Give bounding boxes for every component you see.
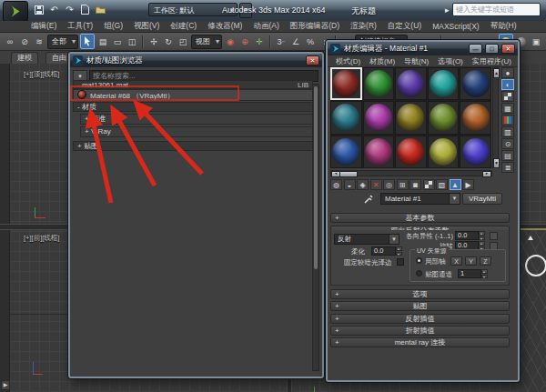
bind-to-spacewarp-icon[interactable]: ≋ bbox=[33, 35, 46, 48]
axis-y-button[interactable]: Y bbox=[465, 256, 477, 266]
soften-spinner[interactable] bbox=[396, 246, 402, 256]
browser-titlebar[interactable]: 材质/贴图浏览器 ✕ bbox=[70, 54, 322, 67]
anisotropy-map-button[interactable] bbox=[490, 232, 498, 240]
menu-rendering[interactable]: 渲染(R) bbox=[345, 21, 382, 32]
fix-dark-edges-checkbox[interactable] bbox=[397, 258, 404, 266]
material-sample-slot[interactable] bbox=[330, 67, 362, 100]
library-group-header[interactable]: - mat13061.mat LIB bbox=[73, 80, 313, 89]
rollout-options[interactable]: +选项 bbox=[330, 289, 510, 299]
select-object-button[interactable] bbox=[80, 34, 95, 49]
menu-graph-editors[interactable]: 图形编辑器(D) bbox=[285, 21, 345, 32]
material-sample-slot[interactable] bbox=[395, 136, 427, 168]
rollout-maps[interactable]: +贴图 bbox=[330, 301, 510, 311]
material-map-navigator-icon[interactable]: ≣ bbox=[501, 162, 514, 173]
scroll-up-button[interactable]: ▲ bbox=[493, 68, 500, 78]
select-and-move-button[interactable]: ✢ bbox=[147, 35, 160, 48]
show-map-in-viewport-icon[interactable] bbox=[423, 179, 435, 190]
editor-menu-utilities[interactable]: 实用程序(U) bbox=[468, 56, 516, 66]
material-sample-slot[interactable] bbox=[460, 136, 491, 168]
browser-scrollbar-thumb[interactable] bbox=[314, 86, 318, 269]
rollout-mental-ray-connection[interactable]: +mental ray 连接 bbox=[330, 337, 510, 347]
rendered-frame-window-button[interactable]: ▣ bbox=[530, 35, 542, 48]
editor-titlebar[interactable]: 材质编辑器 - Material #1 — □ ✕ bbox=[328, 42, 518, 55]
menu-animation[interactable]: 动画(A) bbox=[248, 21, 284, 32]
angle-snap-button[interactable]: ∠ bbox=[289, 35, 302, 48]
put-material-to-scene-icon[interactable]: ◒ bbox=[344, 179, 356, 190]
reset-map-icon[interactable]: ✕ bbox=[370, 179, 382, 190]
keyboard-shortcut-toggle-icon[interactable]: ✛ bbox=[253, 35, 266, 48]
select-by-material-icon[interactable]: ▤ bbox=[501, 150, 514, 161]
material-sample-slot[interactable] bbox=[330, 101, 362, 134]
menu-help[interactable]: 帮助(H) bbox=[485, 21, 522, 32]
menu-customize[interactable]: 自定义(U) bbox=[382, 21, 427, 32]
viewport-perspective[interactable] bbox=[520, 228, 546, 392]
map-channel-spinner[interactable] bbox=[481, 269, 488, 278]
editor-minimize-button[interactable]: — bbox=[469, 44, 482, 54]
redo-icon[interactable]: ↷ bbox=[64, 4, 76, 15]
map-channel-value-field[interactable]: 1 bbox=[458, 269, 481, 278]
ribbon-tab-modeling[interactable]: 建模 bbox=[11, 52, 38, 65]
backlight-icon[interactable]: ◐ bbox=[501, 79, 514, 90]
sample-horizontal-scrollbar[interactable]: ◄ ► bbox=[330, 170, 492, 176]
browser-close-button[interactable]: ✕ bbox=[306, 55, 319, 65]
keyword-search-field[interactable] bbox=[452, 3, 541, 16]
scroll-right-button[interactable]: ► bbox=[482, 171, 491, 177]
material-name-dropdown[interactable]: Material #1 ▼ bbox=[380, 193, 460, 205]
rectangular-selection-region-button[interactable]: ▭ bbox=[111, 35, 124, 48]
viewport-top-label[interactable]: [+][顶][线框] bbox=[24, 70, 59, 79]
percent-snap-button[interactable]: % bbox=[304, 35, 317, 48]
maps-group-header[interactable]: + 贴图 bbox=[73, 141, 313, 151]
material-sample-slot[interactable] bbox=[395, 101, 427, 134]
reference-coordinate-dropdown[interactable]: 视图 bbox=[191, 35, 222, 49]
browser-scrollbar[interactable] bbox=[312, 84, 319, 371]
editor-menu-material[interactable]: 材质(M) bbox=[365, 56, 399, 66]
menu-create[interactable]: 创建(C) bbox=[165, 21, 202, 32]
snaps-toggle-button[interactable]: 3⌐ bbox=[275, 35, 288, 48]
unlink-selection-icon[interactable]: ⊘ bbox=[18, 35, 31, 48]
menu-views[interactable]: 视图(V) bbox=[128, 21, 165, 32]
editor-menu-navigation[interactable]: 导航(N) bbox=[399, 56, 433, 66]
menu-modifiers[interactable]: 修改器(M) bbox=[202, 21, 248, 32]
menu-group[interactable]: 组(G) bbox=[98, 21, 128, 32]
show-end-result-icon[interactable]: ▧ bbox=[436, 179, 448, 190]
map-channel-radio[interactable] bbox=[416, 270, 422, 276]
use-pivot-point-button[interactable]: ◉ bbox=[224, 35, 237, 48]
undo-icon[interactable]: ↶ bbox=[48, 4, 60, 15]
go-to-parent-icon[interactable]: ▲ bbox=[450, 179, 461, 190]
expand-panel-arrow-icon[interactable]: ▶ bbox=[1, 380, 10, 390]
material-sample-slot[interactable] bbox=[428, 136, 460, 168]
assign-material-to-selection-icon[interactable]: ◈ bbox=[357, 179, 369, 190]
window-crossing-toggle-button[interactable]: ◫ bbox=[126, 35, 138, 48]
new-scene-icon[interactable] bbox=[79, 4, 91, 15]
scroll-down-button[interactable]: ▼ bbox=[493, 158, 500, 168]
anisotropy-value-field[interactable]: 0.0 bbox=[455, 231, 479, 240]
infocenter-arrow-icon[interactable]: ▸ bbox=[445, 5, 450, 15]
keyword-search-input[interactable] bbox=[453, 4, 540, 15]
vray-group-row[interactable]: + V-Ray bbox=[80, 126, 313, 137]
material-sample-slot[interactable] bbox=[460, 67, 491, 100]
anisotropy-spinner[interactable] bbox=[479, 231, 485, 240]
select-and-link-icon[interactable]: ∞ bbox=[4, 35, 16, 48]
axis-z-button[interactable]: Z bbox=[480, 256, 491, 266]
material-sample-slot[interactable] bbox=[460, 101, 491, 134]
material-sample-slot[interactable] bbox=[363, 136, 395, 168]
background-icon[interactable] bbox=[501, 91, 514, 102]
material-sample-slot[interactable] bbox=[428, 101, 460, 134]
scroll-thumb[interactable] bbox=[339, 171, 358, 177]
standard-group-row[interactable]: + 标准 bbox=[80, 114, 313, 125]
selection-filter-dropdown[interactable]: 全部 bbox=[47, 35, 78, 49]
video-color-check-icon[interactable] bbox=[501, 115, 514, 126]
pick-material-eyedropper-icon[interactable] bbox=[364, 194, 374, 204]
editor-maximize-button[interactable]: □ bbox=[485, 44, 499, 54]
rollout-basic-parameters[interactable]: +基本参数 bbox=[330, 213, 510, 223]
menu-maxscript[interactable]: MAXScript(X) bbox=[427, 22, 484, 31]
material-sample-slot[interactable] bbox=[428, 67, 460, 100]
material-sample-slot[interactable] bbox=[363, 67, 395, 100]
material-sample-slot[interactable] bbox=[330, 136, 362, 168]
rollout-reflect-interpolation[interactable]: +反射插值 bbox=[330, 314, 510, 324]
make-preview-icon[interactable]: ▥ bbox=[501, 126, 514, 137]
soften-value-field[interactable]: 0.0 bbox=[371, 246, 396, 256]
rollout-refract-interpolation[interactable]: +折射插值 bbox=[330, 326, 510, 336]
axis-x-button[interactable]: X bbox=[450, 256, 462, 266]
material-id-channel-icon[interactable]: ◙ bbox=[410, 179, 421, 190]
